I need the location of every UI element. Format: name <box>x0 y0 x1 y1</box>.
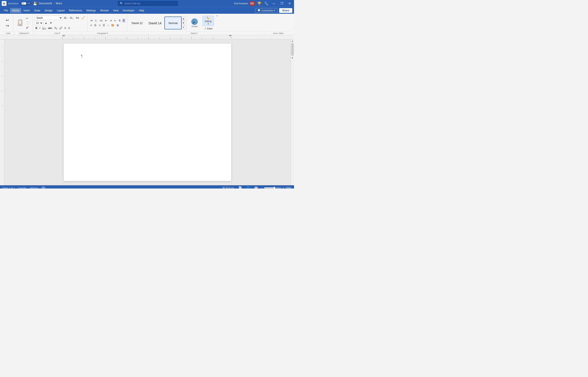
menu-help[interactable]: Help <box>137 8 146 13</box>
menu-mailings[interactable]: Mailings <box>84 8 98 13</box>
right-scrollbar[interactable]: ▲ ▼ <box>291 39 294 185</box>
paragraph-label-row: Paragraph ⊡ <box>81 32 124 35</box>
reading-view-button[interactable]: 📖 <box>253 186 259 188</box>
menu-home[interactable]: Home <box>10 8 21 13</box>
toggle-pill <box>21 2 26 5</box>
style-normal[interactable]: Normal <box>164 17 182 29</box>
menu-references[interactable]: References <box>67 8 84 13</box>
paragraph-expand-icon[interactable]: ⊡ <box>107 32 108 34</box>
accessibility-icon[interactable]: ⌨ <box>41 186 45 188</box>
increase-font-button[interactable]: A↑ <box>63 16 68 20</box>
chevron-down-icon: ▾ <box>208 23 209 25</box>
bold-button[interactable]: B <box>35 26 38 30</box>
subscript-button[interactable]: X2 <box>53 26 58 30</box>
scroll-down-button[interactable]: ▼ <box>291 57 294 59</box>
style-david12[interactable]: David 12 <box>129 17 146 29</box>
styles-expand-icon[interactable]: ⊡ <box>196 32 198 34</box>
styles-scroll-up[interactable]: ▲ <box>182 17 185 21</box>
numbering-button[interactable]: 1. <box>94 19 98 23</box>
multilevel-list-button[interactable]: ≡≡ <box>99 19 104 23</box>
align-left-button[interactable]: ≡ <box>89 24 93 27</box>
left-ruler: 1 2 3 4 5 <box>0 39 4 185</box>
underline-button[interactable]: U ▾ <box>41 26 47 30</box>
zoom-level: 100% <box>285 187 291 188</box>
shading-button[interactable]: 🎨 <box>110 24 115 27</box>
minimize-button[interactable]: — <box>271 1 277 6</box>
font-size-up-button[interactable]: ▲ <box>44 21 48 25</box>
web-layout-button[interactable]: 🌐 <box>245 186 251 188</box>
styles-expand[interactable]: ▾ <box>182 25 185 29</box>
superscript-button[interactable]: X2 <box>59 26 63 31</box>
autosave-toggle[interactable]: Off <box>20 2 31 5</box>
font-expand-icon[interactable]: ⊡ <box>59 32 60 34</box>
menu-view[interactable]: View <box>111 8 121 13</box>
rewards-icon[interactable]: 🏆 <box>257 1 262 6</box>
ribbon: ↩ ↪ 📋 Paste ✂ 📄 <box>0 14 294 35</box>
style-david14[interactable]: David 14 <box>146 17 164 29</box>
font-name-select[interactable]: David <box>35 16 62 20</box>
scrollbar-thumb[interactable] <box>291 43 294 56</box>
line-spacing-button[interactable]: ↕ <box>107 24 110 27</box>
show-marks-button[interactable]: ¶ <box>122 19 125 23</box>
maximize-button[interactable]: ❐ <box>279 1 284 6</box>
share-button[interactable]: Share <box>279 8 292 13</box>
align-right-button[interactable]: ≡ <box>98 24 101 27</box>
save-icon[interactable]: 💾 <box>33 1 37 6</box>
zoom-in-button[interactable]: + <box>283 186 284 188</box>
page[interactable]: ¶ <box>64 44 231 181</box>
search-input[interactable] <box>124 2 176 5</box>
font-color-button[interactable]: A <box>67 26 71 30</box>
redo-button[interactable]: ↪ <box>3 23 11 28</box>
collapse-ribbon-button[interactable]: ⌃ <box>216 15 218 18</box>
justify-button[interactable]: ☰ <box>102 24 106 27</box>
paste-button[interactable]: 📋 Paste <box>16 17 24 29</box>
font-size-down-button[interactable]: ▼ <box>49 21 53 25</box>
menu-draw[interactable]: Draw <box>32 8 42 13</box>
menu-file[interactable]: File <box>2 8 10 13</box>
decrease-font-button[interactable]: A↓ <box>69 16 74 20</box>
rtl-button[interactable]: ⇐ <box>113 19 117 23</box>
align-center-button[interactable]: ☰ <box>93 24 97 27</box>
focus-icon: ⊞ <box>222 186 225 188</box>
strikethrough-button[interactable]: abc <box>47 26 53 30</box>
zoom-out-button[interactable]: − <box>261 186 263 188</box>
menu-insert[interactable]: Insert <box>21 8 32 13</box>
ribbon-collapse[interactable]: ⌃ <box>216 15 219 31</box>
document-area[interactable]: ¶ <box>4 39 291 185</box>
search-box[interactable]: 🔍 <box>118 1 178 6</box>
styles-scroll-down[interactable]: ▼ <box>182 21 185 25</box>
cut-button[interactable]: ✂ <box>25 17 30 20</box>
dictate-button[interactable]: 🎤 Dictate <box>190 18 199 28</box>
paste-icon: 📋 <box>17 20 23 24</box>
sort-button[interactable]: ⇅ <box>118 19 122 23</box>
focus-button[interactable]: ⊞ Focus <box>221 186 235 188</box>
comments-button[interactable]: 💬 Comments ▾ <box>255 8 277 13</box>
scroll-up-button[interactable]: ▲ <box>291 40 294 42</box>
clipboard-expand-icon[interactable]: ⊡ <box>28 32 29 34</box>
avatar[interactable]: OK <box>249 1 255 6</box>
borders-button[interactable]: ⊞ <box>116 24 120 27</box>
text-highlight-button[interactable]: A <box>64 26 67 30</box>
undo-button[interactable]: ↩ <box>3 18 11 23</box>
clear-format-button[interactable]: 🧹 <box>80 16 86 20</box>
format-painter-button[interactable]: 🖌 <box>25 25 30 29</box>
settings-icon[interactable]: 🔧 <box>264 1 269 6</box>
zoom-slider[interactable] <box>264 188 281 188</box>
menu-developer[interactable]: Developer <box>121 8 137 13</box>
menu-review[interactable]: Review <box>98 8 111 13</box>
italic-button[interactable]: I <box>39 26 41 30</box>
print-layout-button[interactable]: 📄 <box>237 186 243 188</box>
font-size-select[interactable]: 12 <box>35 21 43 25</box>
ruler-markings <box>62 35 232 39</box>
decrease-indent-button[interactable]: ⇤ <box>104 19 108 23</box>
bullets-button[interactable]: ≡• <box>89 19 94 23</box>
close-button[interactable]: ✕ <box>287 1 292 6</box>
menu-design[interactable]: Design <box>42 8 55 13</box>
menu-layout[interactable]: Layout <box>55 8 67 13</box>
copy-button[interactable]: 📄 <box>25 21 30 25</box>
redo-icon: ↪ <box>6 24 9 28</box>
change-case-button[interactable]: Aa <box>75 16 80 20</box>
editing-button[interactable]: ✏️ Editing ▾ <box>202 16 214 26</box>
increase-indent-button[interactable]: ⇥ <box>109 19 113 23</box>
editor-button[interactable]: 📝 Editor <box>202 27 214 31</box>
